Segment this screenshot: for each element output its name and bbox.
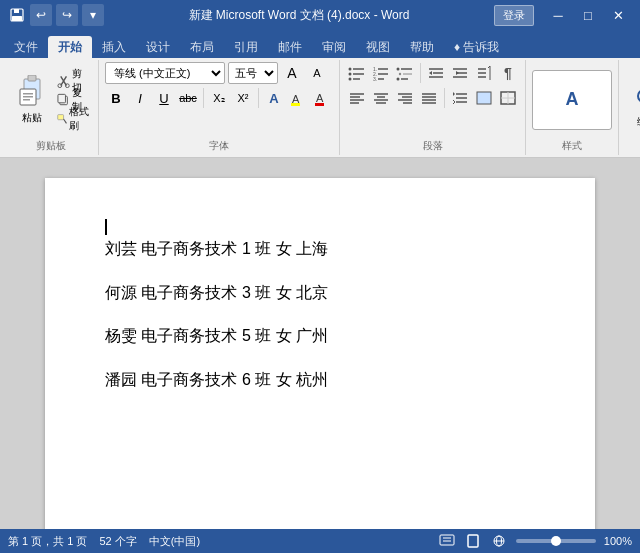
editing-content: 编辑 — [625, 62, 640, 151]
highlight-button[interactable]: A — [287, 87, 309, 109]
underline-button[interactable]: U — [153, 87, 175, 109]
redo-button[interactable]: ↪ — [56, 4, 78, 26]
web-view-icon[interactable] — [490, 533, 508, 549]
svg-text:3.: 3. — [373, 76, 377, 81]
clipboard-content: 粘贴 剪切 复制 格式刷 — [10, 62, 92, 137]
save-icon[interactable] — [8, 6, 26, 24]
para-row2 — [346, 87, 519, 109]
svg-rect-12 — [58, 94, 66, 102]
tab-tellme[interactable]: ♦ 告诉我 — [444, 36, 509, 58]
font-row2: B I U abc X₂ X² A A A — [105, 87, 333, 109]
paste-label: 粘贴 — [22, 111, 42, 125]
font-color-button[interactable]: A — [311, 87, 333, 109]
svg-rect-2 — [12, 16, 22, 21]
font-size-select[interactable]: 五号 — [228, 62, 278, 84]
ribbon-tabs: 文件 开始 插入 设计 布局 引用 邮件 审阅 视图 帮助 ♦ 告诉我 — [0, 30, 640, 58]
minimize-button[interactable]: ─ — [544, 4, 572, 26]
bold-button[interactable]: B — [105, 87, 127, 109]
status-bar: 第 1 页，共 1 页 52 个字 中文(中国) 100% — [0, 529, 640, 553]
editing-group: 编辑 — [619, 60, 640, 155]
font-name-select[interactable]: 等线 (中文正文) — [105, 62, 225, 84]
para-content: 1.2.3. ¶ — [346, 62, 519, 137]
close-button[interactable]: ✕ — [604, 4, 632, 26]
read-view-icon[interactable] — [438, 533, 456, 549]
decrease-indent-button[interactable] — [425, 62, 447, 84]
italic-button[interactable]: I — [129, 87, 151, 109]
text-cursor — [105, 219, 107, 235]
editing-button[interactable]: 编辑 — [625, 77, 640, 137]
title-bar: ↩ ↪ ▾ 新建 Microsoft Word 文档 (4).docx - Wo… — [0, 0, 640, 30]
font-group: 等线 (中文正文) 五号 A A B I U abc X₂ X² A A — [99, 60, 340, 155]
svg-point-35 — [397, 78, 400, 81]
sort-button[interactable] — [473, 62, 495, 84]
para-divider1 — [420, 63, 421, 83]
maximize-button[interactable]: □ — [574, 4, 602, 26]
title-bar-right: 登录 ─ □ ✕ — [494, 4, 632, 26]
font-content: 等线 (中文正文) 五号 A A B I U abc X₂ X² A A — [105, 62, 333, 137]
svg-line-14 — [64, 119, 67, 123]
zoom-slider[interactable] — [516, 539, 596, 543]
title-text: 新建 Microsoft Word 文档 (4).docx - Word — [104, 7, 494, 24]
svg-point-33 — [399, 73, 401, 75]
superscript-button[interactable]: X² — [232, 87, 254, 109]
shading-button[interactable] — [473, 87, 495, 109]
status-bar-left: 第 1 页，共 1 页 52 个字 中文(中国) — [8, 534, 200, 549]
svg-rect-8 — [23, 99, 30, 101]
show-marks-button[interactable]: ¶ — [497, 62, 519, 84]
line-spacing-button[interactable] — [449, 87, 471, 109]
svg-rect-4 — [28, 75, 36, 81]
status-bar-right: 100% — [438, 533, 632, 549]
format-painter-button[interactable]: 格式刷 — [56, 110, 92, 128]
subscript-button[interactable]: X₂ — [208, 87, 230, 109]
tab-view[interactable]: 视图 — [356, 36, 400, 58]
multilevel-list-button[interactable] — [394, 62, 416, 84]
numbering-button[interactable]: 1.2.3. — [370, 62, 392, 84]
tab-insert[interactable]: 插入 — [92, 36, 136, 58]
svg-rect-65 — [477, 92, 491, 104]
tab-layout[interactable]: 布局 — [180, 36, 224, 58]
svg-rect-73 — [440, 535, 454, 545]
text-effects-button[interactable]: A — [263, 87, 285, 109]
font-divider — [203, 88, 204, 108]
tab-home[interactable]: 开始 — [48, 36, 92, 58]
align-center-button[interactable] — [370, 87, 392, 109]
para-group: 1.2.3. ¶ — [340, 60, 526, 155]
font-grow-button[interactable]: A — [281, 62, 303, 84]
svg-rect-1 — [14, 9, 19, 13]
tab-mailings[interactable]: 邮件 — [268, 36, 312, 58]
document-area[interactable]: 刘芸 电子商务技术 1 班 女 上海何源 电子商务技术 3 班 女 北京杨雯 电… — [0, 158, 640, 529]
tab-file[interactable]: 文件 — [4, 36, 48, 58]
zoom-level[interactable]: 100% — [604, 535, 632, 547]
tab-help[interactable]: 帮助 — [400, 36, 444, 58]
doc-line: 何源 电子商务技术 3 班 女 北京 — [105, 280, 535, 306]
para-row1: 1.2.3. ¶ — [346, 62, 519, 84]
bullets-button[interactable] — [346, 62, 368, 84]
tab-references[interactable]: 引用 — [224, 36, 268, 58]
increase-indent-button[interactable] — [449, 62, 471, 84]
tab-design[interactable]: 设计 — [136, 36, 180, 58]
tab-review[interactable]: 审阅 — [312, 36, 356, 58]
zoom-thumb — [551, 536, 561, 546]
print-layout-icon[interactable] — [464, 533, 482, 549]
styles-content: A — [532, 62, 612, 137]
paste-button[interactable]: 粘贴 — [10, 70, 54, 130]
align-right-button[interactable] — [394, 87, 416, 109]
styles-group: A 样式 — [526, 60, 619, 155]
svg-point-23 — [349, 78, 352, 81]
page-count[interactable]: 第 1 页，共 1 页 — [8, 534, 87, 549]
justify-button[interactable] — [418, 87, 440, 109]
font-shrink-button[interactable]: A — [306, 62, 328, 84]
customize-button[interactable]: ▾ — [82, 4, 104, 26]
document-content: 刘芸 电子商务技术 1 班 女 上海何源 电子商务技术 3 班 女 北京杨雯 电… — [105, 236, 535, 392]
format-painter-label: 格式刷 — [69, 105, 91, 133]
doc-line: 刘芸 电子商务技术 1 班 女 上海 — [105, 236, 535, 262]
align-left-button[interactable] — [346, 87, 368, 109]
styles-gallery[interactable]: A — [532, 70, 612, 130]
para-divider2 — [444, 88, 445, 108]
strikethrough-button[interactable]: abc — [177, 87, 199, 109]
login-button[interactable]: 登录 — [494, 5, 534, 26]
borders-button[interactable] — [497, 87, 519, 109]
undo-button[interactable]: ↩ — [30, 4, 52, 26]
language[interactable]: 中文(中国) — [149, 534, 200, 549]
document-page[interactable]: 刘芸 电子商务技术 1 班 女 上海何源 电子商务技术 3 班 女 北京杨雯 电… — [45, 178, 595, 529]
